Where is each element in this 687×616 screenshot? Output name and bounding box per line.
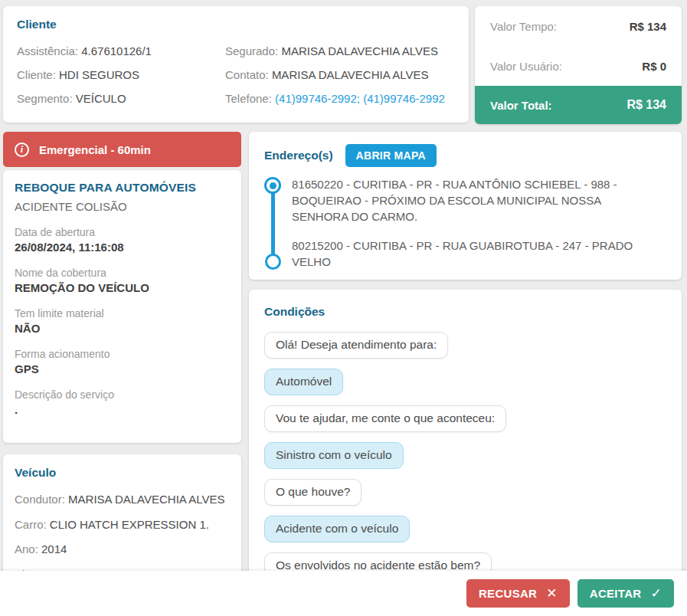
- conditions-card-title: Condições: [264, 305, 666, 319]
- vehicle-card-title: Veículo: [15, 466, 230, 480]
- service-card: REBOQUE PARA AUTOMÓVEIS ACIDENTE COLISÃO…: [3, 170, 241, 443]
- origin-dot-icon: [264, 177, 281, 194]
- address-timeline: 81650220 - CURITIBA - PR - RUA ANTÔNIO S…: [264, 176, 666, 270]
- action-footer: RECUSAR ✕ ACEITAR ✓: [0, 571, 687, 616]
- year-field: Ano: 2014: [15, 537, 230, 562]
- route-line: [271, 185, 275, 260]
- client-fields-col1: Assistência: 4.67610126/1 Cliente: HDI S…: [17, 39, 225, 110]
- chat-bubble-answer: Automóvel: [264, 369, 343, 395]
- accept-button[interactable]: ACEITAR ✓: [577, 579, 674, 608]
- destination-address: 80215200 - CURITIBA - PR - RUA GUABIROTU…: [292, 238, 652, 270]
- value-total-row: Valor Total: R$ 134: [475, 86, 682, 124]
- insured-field: Segurado: MARISA DALAVECHIA ALVES: [225, 39, 455, 63]
- emergency-banner-label: Emergencial - 60min: [39, 143, 151, 156]
- chat-bubble-question: Vou te ajudar, me conte o que aconteceu:: [264, 405, 506, 432]
- info-icon: i: [15, 143, 29, 157]
- chat-bubble-question: O que houve?: [264, 479, 361, 506]
- address-card-title: Endereço(s): [264, 149, 333, 162]
- phone-link[interactable]: (41)99746-2992; (41)99746-2992: [275, 92, 445, 105]
- coverage-name-group: Nome da cobertura REMOÇÃO DO VEÍCULO: [15, 267, 230, 294]
- accept-button-label: ACEITAR: [590, 587, 642, 600]
- chat-bubble-answer: Acidente com o veículo: [264, 516, 410, 542]
- client-fields: Assistência: 4.67610126/1 Cliente: HDI S…: [17, 39, 455, 110]
- destination-dot-icon: [265, 254, 281, 270]
- chat-bubble-question: Olá! Deseja atendimento para:: [264, 332, 448, 359]
- chat-bubble-answer: Sinistro com o veículo: [264, 442, 404, 469]
- open-map-button[interactable]: ABRIR MAPA: [345, 144, 437, 167]
- emergency-banner: i Emergencial - 60min: [3, 132, 241, 167]
- reject-button[interactable]: RECUSAR ✕: [466, 579, 570, 608]
- conditions-card: Condições Olá! Deseja atendimento para: …: [249, 290, 682, 605]
- service-type: ACIDENTE COLISÃO: [15, 200, 230, 213]
- segment-field: Segmento: VEÍCULO: [17, 87, 225, 110]
- reject-button-label: RECUSAR: [479, 587, 537, 600]
- address-card: Endereço(s) ABRIR MAPA 81650220 - CURITI…: [249, 132, 682, 280]
- open-date-group: Data de abertura 26/08/2024, 11:16:08: [15, 226, 230, 254]
- address-card-header: Endereço(s) ABRIR MAPA: [264, 144, 666, 167]
- client-card: Cliente Assistência: 4.67610126/1 Client…: [3, 6, 469, 123]
- driver-field: Condutor: MARISA DALAVECHIA ALVES: [15, 487, 230, 513]
- client-card-title: Cliente: [17, 18, 455, 31]
- close-icon: ✕: [546, 585, 558, 601]
- origin-address: 81650220 - CURITIBA - PR - RUA ANTÔNIO S…: [292, 176, 659, 224]
- value-user-row: Valor Usuário: R$ 0: [475, 46, 682, 86]
- activation-mode-group: Forma acionamento GPS: [15, 348, 230, 375]
- value-time-row: Valor Tempo: R$ 134: [475, 6, 682, 46]
- check-icon: ✓: [650, 585, 662, 601]
- contact-field: Contato: MARISA DALAVECHIA ALVES: [225, 63, 455, 87]
- material-limit-group: Tem limite material NÃO: [15, 307, 230, 335]
- client-field: Cliente: HDI SEGUROS: [17, 63, 225, 87]
- assistance-field: Assistência: 4.67610126/1: [17, 39, 225, 63]
- value-card: Valor Tempo: R$ 134 Valor Usuário: R$ 0 …: [475, 6, 682, 124]
- service-description-group: Descrição do serviço .: [15, 388, 230, 416]
- service-name: REBOQUE PARA AUTOMÓVEIS: [15, 181, 230, 195]
- phone-field: Telefone: (41)99746-2992; (41)99746-2992: [225, 87, 455, 110]
- car-field: Carro: CLIO HATCH EXPRESSION 1.: [15, 513, 230, 538]
- client-fields-col2: Segurado: MARISA DALAVECHIA ALVES Contat…: [225, 39, 455, 110]
